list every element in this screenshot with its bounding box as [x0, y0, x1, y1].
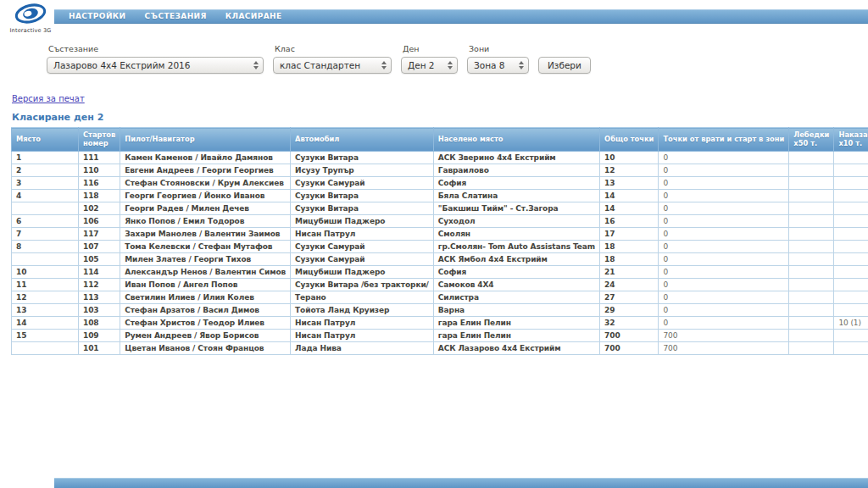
table-cell — [789, 329, 834, 341]
table-cell: 11 — [12, 278, 79, 291]
table-cell — [834, 329, 868, 341]
day-label: Ден — [403, 44, 458, 53]
table-cell: 12 — [600, 164, 659, 176]
nav-tab-competitions[interactable]: СЪСТЕЗАНИЯ — [136, 10, 216, 23]
table-cell — [834, 189, 868, 202]
select-spinner-icon — [447, 61, 453, 69]
table-cell: 3 — [12, 176, 79, 189]
table-cell — [834, 240, 868, 252]
table-cell: 105 — [79, 252, 120, 265]
table-cell: Нисан Патрул — [291, 316, 434, 329]
brand-text: Interactive 3G — [7, 27, 54, 34]
table-cell: 18 — [600, 252, 659, 265]
table-cell: 12 — [12, 291, 79, 303]
table-cell: Сузуки Самурай — [291, 252, 434, 265]
column-header: Точки от врати и старт в зони — [659, 128, 789, 152]
table-cell: Стефан Арзатов / Васил Димов — [120, 303, 291, 316]
class-value: клас Стандартен — [280, 60, 360, 70]
table-cell — [789, 291, 834, 303]
table-cell: гр.Смолян- Tom Auto Assistans Team — [433, 240, 599, 252]
day-select[interactable]: Ден 2 — [401, 57, 458, 74]
competition-select[interactable]: Лазарово 4х4 Екстрийм 2016 — [47, 57, 264, 74]
select-button[interactable]: Избери — [538, 57, 591, 74]
select-spinner-icon — [381, 61, 387, 69]
table-cell — [789, 227, 834, 240]
table-cell — [789, 316, 834, 329]
column-header: Общо точки — [600, 128, 659, 152]
table-cell: 0 — [659, 291, 789, 303]
table-cell: 14 — [12, 316, 79, 329]
table-cell: 700 — [659, 341, 789, 354]
table-cell — [834, 265, 868, 278]
zones-field: Зони Зона 8 — [467, 44, 529, 74]
table-cell: Янко Попов / Емил Тодоров — [120, 214, 291, 227]
table-row: 105Милен Златев / Георги ТиховСузуки Сам… — [12, 252, 868, 265]
table-cell: 15 — [12, 329, 79, 341]
table-cell: 0 — [659, 151, 789, 164]
interactive-3g-logo: Interactive 3G — [7, 2, 54, 37]
table-cell — [834, 151, 868, 164]
table-cell: 0 — [659, 265, 789, 278]
table-cell — [12, 252, 79, 265]
table-cell: Самоков 4Х4 — [433, 278, 599, 291]
table-cell: 112 — [79, 278, 120, 291]
table-cell: 10 (1) — [834, 316, 868, 329]
standings-table: МястоСтартов номерПилот/НавигаторАвтомоб… — [11, 127, 868, 355]
table-cell: 0 — [659, 240, 789, 252]
table-cell: Георги Георгиев / Йонко Иванов — [120, 189, 291, 202]
zones-value: Зона 8 — [474, 60, 504, 70]
zones-label: Зони — [469, 44, 529, 53]
nav-tab-settings[interactable]: НАСТРОЙКИ — [59, 10, 136, 23]
table-cell: 111 — [79, 151, 120, 164]
table-cell: 29 — [600, 303, 659, 316]
table-cell: АСК Зверино 4х4 Екстрийм — [433, 151, 599, 164]
table-cell: 108 — [79, 316, 120, 329]
table-cell: София — [433, 176, 599, 189]
table-cell: 0 — [659, 189, 789, 202]
top-navbar: НАСТРОЙКИ СЪСТЕЗАНИЯ КЛАСИРАНЕ — [54, 9, 868, 24]
table-cell — [789, 176, 834, 189]
table-cell — [789, 303, 834, 316]
table-cell — [789, 252, 834, 265]
table-cell: гара Елин Пелин — [433, 329, 599, 341]
table-cell: 0 — [659, 252, 789, 265]
table-cell: 14 — [600, 189, 659, 202]
table-cell: гара Елин Пелин — [433, 316, 599, 329]
table-row: 6106Янко Попов / Емил ТодоровМицубиши Па… — [12, 214, 868, 227]
table-cell — [834, 176, 868, 189]
nav-tab-standings[interactable]: КЛАСИРАНЕ — [216, 10, 292, 23]
table-cell: 16 — [600, 214, 659, 227]
table-cell: 1 — [12, 151, 79, 164]
class-select[interactable]: клас Стандартен — [273, 57, 392, 74]
table-cell: 6 — [12, 214, 79, 227]
table-cell — [834, 252, 868, 265]
column-header: Стартов номер — [79, 128, 120, 152]
table-row: 102Георги Радев / Милен ДечевСузуки Вита… — [12, 202, 868, 214]
column-header: Населено място — [433, 128, 599, 152]
print-version-link[interactable]: Версия за печат — [12, 94, 85, 103]
table-cell: Сузуки Витара — [291, 151, 434, 164]
table-cell: Захари Манолев / Валентин Заимов — [120, 227, 291, 240]
table-cell: Александър Ненов / Валентин Симов — [120, 265, 291, 278]
table-cell: АСК Ямбол 4х4 Екстрийм — [433, 252, 599, 265]
table-row: 2110Евгени Андреев / Георги ГеоргиевИсуз… — [12, 164, 868, 176]
competition-label: Състезание — [48, 44, 264, 53]
table-cell — [834, 341, 868, 354]
table-cell: 8 — [12, 240, 79, 252]
table-cell: 700 — [600, 329, 659, 341]
class-label: Клас — [275, 44, 392, 53]
table-cell: 0 — [659, 303, 789, 316]
table-cell: 13 — [600, 176, 659, 189]
table-row: 10114Александър Ненов / Валентин СимовМи… — [12, 265, 868, 278]
table-cell: Лада Нива — [291, 341, 434, 354]
select-spinner-icon — [518, 61, 524, 69]
table-cell — [834, 202, 868, 214]
table-cell: Светилин Илиев / Илия Колев — [120, 291, 291, 303]
table-cell — [12, 202, 79, 214]
table-cell: 2 — [12, 164, 79, 176]
zones-select[interactable]: Зона 8 — [467, 57, 529, 74]
table-row: 15109Румен Андреев / Явор БорисовНисан П… — [12, 329, 868, 341]
table-cell: Суходол — [433, 214, 599, 227]
table-cell: АСК Лазарово 4х4 Екстрийм — [433, 341, 599, 354]
table-cell — [789, 214, 834, 227]
